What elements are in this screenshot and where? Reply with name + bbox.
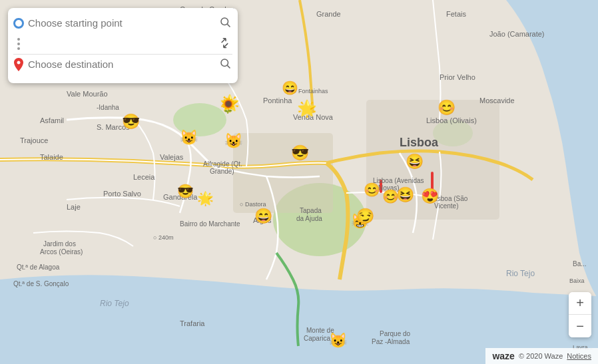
swap-row <box>13 35 232 53</box>
svg-text:Lisboa (Olivais): Lisboa (Olivais) <box>426 116 477 124</box>
svg-point-2 <box>173 103 226 136</box>
separator <box>13 54 232 55</box>
svg-text:Porto Salvo: Porto Salvo <box>103 190 141 198</box>
svg-text:Talaide: Talaide <box>40 153 63 161</box>
svg-text:Valejas: Valejas <box>160 153 184 161</box>
waze-logo: waze <box>492 351 514 361</box>
svg-text:Ba...: Ba... <box>573 260 587 268</box>
svg-text:Pontinha: Pontinha <box>263 96 292 104</box>
svg-text:S. Marcos: S. Marcos <box>97 123 130 131</box>
svg-text:Qt.ª de S. Gonçalo: Qt.ª de S. Gonçalo <box>13 280 69 287</box>
svg-text:Algés: Algés <box>253 216 272 224</box>
svg-text:Trajouce: Trajouce <box>20 136 48 144</box>
svg-rect-6 <box>431 172 434 192</box>
svg-text:Lisboa (São: Lisboa (São <box>432 195 468 202</box>
svg-text:Bairro do Marchante: Bairro do Marchante <box>180 220 240 228</box>
notices-link[interactable]: Notices <box>567 352 591 360</box>
svg-text:Novas): Novas) <box>378 184 400 192</box>
svg-text:○ Dastora: ○ Dastora <box>240 201 266 208</box>
starting-point-row <box>13 15 232 31</box>
svg-text:○ Fontainhas: ○ Fontainhas <box>293 88 328 94</box>
svg-text:Rio Tejo: Rio Tejo <box>506 269 535 278</box>
starting-point-input[interactable] <box>28 17 214 29</box>
svg-text:Monte de: Monte de <box>306 327 334 334</box>
bottom-bar: waze © 2020 Waze Notices <box>485 348 598 364</box>
svg-text:Venda Nova: Venda Nova <box>293 113 334 121</box>
svg-text:Gandarela: Gandarela <box>163 193 198 201</box>
svg-point-58 <box>221 18 228 25</box>
svg-text:Parque do: Parque do <box>380 330 411 337</box>
svg-text:Paz -Almada: Paz -Almada <box>372 338 410 345</box>
svg-text:Fetais: Fetais <box>446 10 466 18</box>
svg-text:Vale Mourão: Vale Mourão <box>67 90 108 98</box>
svg-text:Vicente): Vicente) <box>434 202 459 210</box>
starting-point-icon <box>13 18 24 29</box>
destination-icon <box>13 59 24 70</box>
svg-text:João (Camarate): João (Camarate) <box>489 30 545 38</box>
zoom-out-button[interactable]: − <box>569 315 591 337</box>
copyright-text: © 2020 Waze <box>519 352 563 360</box>
svg-text:Asfamil: Asfamil <box>40 116 64 124</box>
svg-text:Trafaria: Trafaria <box>180 319 205 327</box>
svg-text:Leceia: Leceia <box>133 173 155 181</box>
svg-line-61 <box>227 65 230 68</box>
svg-text:Grande): Grande) <box>210 168 234 175</box>
svg-text:Grande: Grande <box>316 10 341 18</box>
zoom-in-button[interactable]: + <box>569 292 591 315</box>
svg-text:Arcos (Oeiras): Arcos (Oeiras) <box>40 248 83 256</box>
svg-text:Jardim dos: Jardim dos <box>43 240 76 248</box>
svg-text:Laje: Laje <box>67 203 81 211</box>
svg-text:Lisboa: Lisboa <box>400 136 439 149</box>
svg-text:Moscavide: Moscavide <box>479 96 515 104</box>
svg-text:Rio Tejo: Rio Tejo <box>100 299 129 308</box>
dot-2 <box>17 43 20 45</box>
route-dots <box>17 38 20 50</box>
svg-text:Lisboa (Avenidas: Lisboa (Avenidas <box>373 177 424 184</box>
dot-1 <box>17 38 20 41</box>
svg-text:○ 240m: ○ 240m <box>153 234 173 241</box>
svg-line-59 <box>227 24 230 27</box>
svg-text:Qt.ª de Alagoa: Qt.ª de Alagoa <box>17 264 60 271</box>
svg-text:Baixa: Baixa <box>569 277 585 284</box>
search-panel <box>8 8 238 83</box>
swap-button[interactable] <box>214 35 233 53</box>
svg-point-60 <box>221 59 228 67</box>
svg-text:Alfragide (Qt.: Alfragide (Qt. <box>203 160 242 168</box>
destination-search-button[interactable] <box>218 56 232 73</box>
zoom-controls: + − <box>569 292 591 337</box>
svg-text:Prior Velho: Prior Velho <box>440 73 475 81</box>
destination-input[interactable] <box>28 59 214 70</box>
svg-text:Tapada: Tapada <box>300 207 322 214</box>
svg-text:da Ajuda: da Ajuda <box>296 215 322 222</box>
destination-row <box>13 56 232 73</box>
svg-text:-Idanha: -Idanha <box>97 104 119 111</box>
dot-3 <box>17 47 20 50</box>
starting-point-search-button[interactable] <box>218 15 232 31</box>
svg-text:Caparica: Caparica <box>304 335 330 342</box>
